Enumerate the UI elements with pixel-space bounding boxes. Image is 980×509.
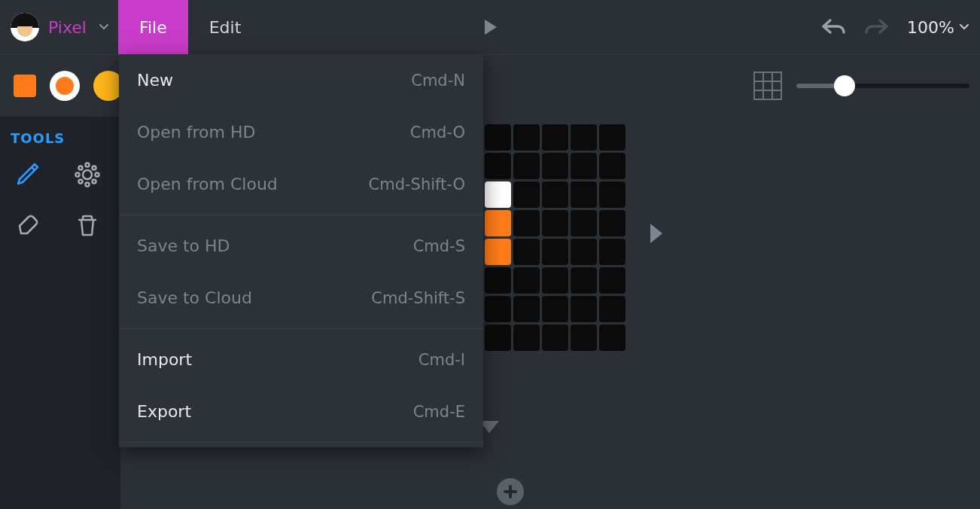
pixel-cell[interactable] (599, 124, 625, 151)
pixel-cell[interactable] (485, 181, 511, 208)
next-frame-button[interactable] (647, 222, 665, 245)
pixel-cell[interactable] (542, 210, 568, 236)
zoom-slider[interactable] (796, 84, 969, 88)
svg-point-1 (83, 170, 92, 179)
pixel-cell[interactable] (542, 296, 568, 322)
pixel-cell[interactable] (542, 124, 568, 151)
pixel-cell[interactable] (571, 181, 597, 208)
menu-item-label: Export (137, 402, 191, 421)
menu-item-label: Save to HD (137, 236, 230, 255)
menubar: Pixel File Edit 100% (0, 0, 980, 54)
menu-item-label: Open from Cloud (137, 175, 278, 194)
pixel-cell[interactable] (485, 296, 511, 322)
menu-item-shortcut: Cmd-S (413, 237, 465, 255)
menu-separator (119, 442, 483, 443)
pixel-cell[interactable] (571, 267, 597, 294)
pixel-cell[interactable] (485, 124, 511, 151)
pixel-cell[interactable] (571, 296, 597, 322)
mode-selector-label[interactable]: Pixel (48, 18, 87, 37)
pixel-cell[interactable] (599, 267, 625, 294)
menu-item-label: Save to Cloud (137, 288, 252, 307)
svg-rect-0 (754, 72, 781, 99)
pixel-cell[interactable] (571, 325, 597, 351)
tools-heading: TOOLS (11, 130, 110, 146)
pixel-cell[interactable] (599, 210, 625, 236)
trash-tool[interactable] (71, 209, 104, 242)
svg-point-8 (79, 180, 83, 184)
pixel-cell[interactable] (485, 325, 511, 351)
pixel-cell[interactable] (542, 267, 568, 294)
pixel-cell[interactable] (513, 124, 540, 151)
tools-sidebar: TOOLS (0, 117, 120, 509)
pixel-cell[interactable] (513, 267, 540, 294)
pixel-cell[interactable] (513, 210, 540, 236)
chevron-down-icon (959, 22, 969, 32)
gear-tool[interactable] (71, 158, 104, 191)
menu-edit[interactable]: Edit (188, 0, 263, 54)
pixel-cell[interactable] (485, 239, 511, 265)
pixel-cell[interactable] (599, 296, 625, 322)
file-menu-item[interactable]: Open from CloudCmd-Shift-O (119, 158, 483, 210)
brand-area: Pixel (0, 0, 118, 54)
swatch-primary[interactable] (14, 75, 36, 97)
menu-item-shortcut: Cmd-E (413, 403, 465, 421)
svg-point-5 (96, 173, 99, 177)
grid-toggle-button[interactable] (753, 71, 783, 101)
pixel-cell[interactable] (485, 153, 511, 179)
menu-file[interactable]: File (118, 0, 188, 54)
pixel-cell[interactable] (599, 325, 625, 351)
pixel-cell[interactable] (542, 181, 568, 208)
svg-point-4 (76, 173, 80, 177)
pixel-cell[interactable] (542, 325, 568, 351)
pixel-cell[interactable] (513, 153, 540, 179)
pixel-cell[interactable] (513, 181, 540, 208)
eraser-tool[interactable] (11, 209, 44, 242)
pixel-cell[interactable] (599, 239, 625, 265)
palette-right (753, 55, 969, 117)
svg-point-9 (93, 180, 96, 184)
file-menu-item[interactable]: Save to HDCmd-S (119, 220, 483, 272)
file-menu-item[interactable]: ImportCmd-I (119, 334, 483, 386)
undo-button[interactable] (820, 17, 847, 38)
pixel-cell[interactable] (571, 153, 597, 179)
svg-point-2 (86, 163, 90, 167)
toolbar-right: 100% (820, 0, 969, 54)
menu-items: File Edit (118, 0, 262, 54)
pixel-cell[interactable] (542, 153, 568, 179)
avatar[interactable] (11, 13, 39, 41)
redo-button[interactable] (863, 17, 890, 38)
menu-separator (119, 215, 483, 215)
zoom-value: 100% (907, 18, 954, 37)
pixel-cell[interactable] (513, 239, 540, 265)
menu-item-shortcut: Cmd-N (411, 72, 465, 90)
play-button[interactable] (480, 17, 500, 37)
pixel-cell[interactable] (571, 239, 597, 265)
swatch-secondary-inner (56, 77, 74, 95)
pixel-cell[interactable] (485, 210, 511, 236)
file-menu-item[interactable]: ExportCmd-E (119, 386, 483, 437)
file-menu-item[interactable]: Save to CloudCmd-Shift-S (119, 272, 483, 324)
menu-item-label: Open from HD (137, 123, 255, 142)
chevron-down-icon[interactable] (99, 22, 109, 32)
swatch-secondary[interactable] (50, 71, 80, 101)
pixel-cell[interactable] (599, 181, 625, 208)
pixel-cell[interactable] (485, 267, 511, 294)
add-frame-button[interactable] (497, 478, 524, 505)
slider-thumb[interactable] (834, 75, 855, 96)
menu-item-shortcut: Cmd-O (410, 123, 465, 142)
menu-item-shortcut: Cmd-I (418, 351, 465, 369)
pixel-cell[interactable] (542, 239, 568, 265)
pixel-cell[interactable] (571, 124, 597, 151)
pixel-cell[interactable] (513, 296, 540, 322)
pixel-cell[interactable] (513, 325, 540, 351)
menu-item-label: New (137, 71, 173, 90)
tool-grid (11, 158, 110, 242)
file-menu-item[interactable]: NewCmd-N (119, 54, 483, 106)
file-menu-dropdown: NewCmd-NOpen from HDCmd-OOpen from Cloud… (119, 54, 483, 447)
pixel-cell[interactable] (599, 153, 625, 179)
pencil-tool[interactable] (11, 158, 44, 191)
zoom-selector[interactable]: 100% (907, 18, 969, 37)
svg-point-7 (93, 166, 96, 170)
file-menu-item[interactable]: Open from HDCmd-O (119, 106, 483, 158)
pixel-cell[interactable] (571, 210, 597, 236)
